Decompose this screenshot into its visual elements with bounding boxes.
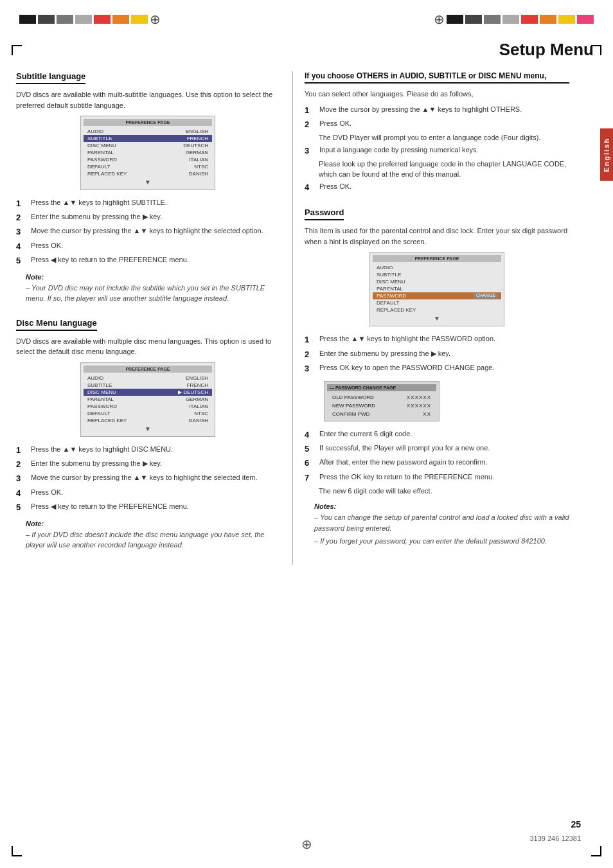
pwd-step-1: 1 Press the ▲▼ keys to highlight the PAS… [305, 334, 569, 346]
pwd-step-7: 7 Press the OK key to return to the PREF… [305, 472, 569, 484]
top-bar: ⊕ ⊕ [0, 0, 613, 33]
page-number: 25 [571, 819, 581, 829]
subtitle-language-desc: DVD discs are available with multi-subti… [16, 89, 280, 111]
dm-screen-row-audio: AUDIOENGLISH [84, 375, 212, 382]
pwd-row-subtitle: SUBTITLE [373, 271, 501, 278]
disc-menu-screen-mockup: PREFERENCE PAGE AUDIOENGLISH SUBTITLEFRE… [80, 362, 215, 437]
others-step-2b: The DVD Player will prompt you to enter … [319, 133, 569, 143]
left-column: Subtitle language DVD discs are availabl… [16, 71, 292, 565]
pwd-row-parental: PARENTAL [373, 285, 501, 292]
right-column: If you choose OTHERS in AUDIO, SUBTITLE … [293, 71, 569, 565]
others-section: If you choose OTHERS in AUDIO, SUBTITLE … [305, 71, 569, 193]
subtitle-screen-title: PREFERENCE PAGE [84, 119, 212, 126]
page-title: Setup Menu [499, 40, 594, 59]
pwd-screen-down-arrow: ▼ [373, 314, 501, 323]
color-block [57, 15, 73, 24]
password-header: Password [305, 208, 344, 220]
page-title-area: Setup Menu [0, 33, 613, 71]
pwd-row-replaced: REPLACED KEY [373, 306, 501, 314]
password-screen-mockup: PREFERENCE PAGE AUDIO SUBTITLE DISC MENU… [369, 252, 504, 326]
pwd-step-7b: The new 6 digit code will take effect. [319, 486, 569, 496]
screen-row-audio: AUDIOENGLISH [84, 128, 212, 135]
disc-menu-header: Disc Menu language [16, 318, 97, 331]
disc-menu-section: Disc Menu language DVD discs are availab… [16, 318, 280, 551]
pwd-row-password: PASSWORDCHANGE [373, 292, 501, 299]
dm-step-5: 5 Press ◀ key to return to the PREFERENC… [16, 502, 280, 513]
others-step-3b: Please look up the preferred language co… [319, 159, 569, 179]
screen-row-disc-menu: DISC MENUDEUTSCH [84, 142, 212, 149]
others-step-3: 3 Input a language code by pressing nume… [305, 145, 569, 157]
crosshair-icon-right: ⊕ [434, 12, 445, 27]
product-code: 3139 246 12381 [529, 835, 581, 842]
page: ⊕ ⊕ Setup Menu English Subtitle language… [0, 0, 613, 868]
pwd-step-3: 3 Press OK key to open the PASSWORD CHAN… [305, 363, 569, 375]
color-block [577, 15, 594, 24]
pwd-step-5: 5 If successful, the Player will prompt … [305, 443, 569, 455]
subtitle-steps: 1 Press the ▲▼ keys to highlight SUBTITL… [16, 198, 280, 267]
pwd-row-default: DEFAULT [373, 299, 501, 306]
disc-menu-desc: DVD discs are available with multiple di… [16, 336, 280, 357]
screen-row-password: PASSWORDITALIAN [84, 156, 212, 163]
others-header: If you choose OTHERS in AUDIO, SUBTITLE … [305, 71, 569, 84]
pwd-screen-title: PREFERENCE PAGE [373, 255, 501, 262]
others-desc: You can select other languages. Please d… [305, 89, 569, 100]
pwd-row-audio: AUDIO [373, 264, 501, 271]
corner-tr [591, 45, 601, 55]
password-steps: 1 Press the ▲▼ keys to highlight the PAS… [305, 334, 569, 375]
subtitle-note: Note: – Your DVD disc may not include th… [26, 273, 280, 304]
step-5: 5 Press ◀ key to return to the PREFERENC… [16, 255, 280, 267]
color-bar-left: ⊕ [19, 12, 161, 27]
pwd-change-old: OLD PASSWORDXXXXXX [327, 393, 436, 402]
step-1: 1 Press the ▲▼ keys to highlight SUBTITL… [16, 198, 280, 209]
disc-menu-steps: 1 Press the ▲▼ keys to highlight DISC ME… [16, 445, 280, 513]
bottom-crosshair-icon: ⊕ [301, 837, 312, 852]
disc-menu-note: Note: – If your DVD disc doesn't include… [26, 520, 280, 551]
color-block [112, 15, 129, 24]
corner-bl [12, 846, 22, 856]
color-block [502, 15, 519, 24]
disc-screen-title: PREFERENCE PAGE [84, 366, 212, 373]
dm-screen-down-arrow: ▼ [84, 424, 212, 434]
subtitle-screen-mockup: PREFERENCE PAGE AUDIOENGLISH SUBTITLEFRE… [80, 116, 215, 190]
pwd-change-title: — PASSWORD CHANGE PAGE [327, 384, 436, 391]
password-notes: Notes: – You can change the setup of par… [314, 502, 569, 547]
password-section: Password This item is used for the paren… [305, 208, 569, 546]
screen-row-replaced-key: REPLACED KEYDANISH [84, 170, 212, 177]
dm-step-3: 3 Move the cursor by pressing the ▲▼ key… [16, 473, 280, 484]
english-tab: English [600, 128, 613, 181]
color-block [75, 15, 92, 24]
dm-screen-row-disc-menu: DISC MENU▶ DEUTSCH [84, 389, 212, 396]
pwd-change-confirm: CONFIRM PWDXX [327, 410, 436, 418]
color-block [558, 15, 575, 24]
subtitle-language-header: Subtitle language [16, 71, 85, 84]
color-block [484, 15, 501, 24]
crosshair-icon: ⊕ [150, 12, 161, 27]
others-steps: 1 Move the cursor by pressing the ▲▼ key… [305, 105, 569, 194]
step-2: 2 Enter the submenu by pressing the ▶ ke… [16, 212, 280, 224]
dm-step-2: 2 Enter the submenu by pressing the ▶ ke… [16, 459, 280, 470]
color-block [131, 15, 148, 24]
dm-screen-row-replaced: REPLACED KEYDANISH [84, 417, 212, 424]
pwd-row-disc-menu: DISC MENU [373, 278, 501, 285]
main-content: Subtitle language DVD discs are availabl… [0, 71, 613, 565]
color-block [19, 15, 36, 24]
color-block [38, 15, 55, 24]
others-step-2: 2 Press OK. [305, 119, 569, 130]
color-block [447, 15, 463, 24]
color-block [465, 15, 482, 24]
screen-row-subtitle: SUBTITLEFRENCH [84, 135, 212, 142]
subtitle-language-section: Subtitle language DVD discs are availabl… [16, 71, 280, 304]
step-3: 3 Move the cursor by pressing the ▲▼ key… [16, 226, 280, 238]
color-block [94, 15, 111, 24]
pwd-step-2: 2 Enter the submenu by pressing the ▶ ke… [305, 349, 569, 360]
screen-down-arrow: ▼ [84, 177, 212, 187]
color-bar-right: ⊕ [434, 12, 594, 27]
dm-step-4: 4 Press OK. [16, 488, 280, 499]
dm-screen-row-parental: PARENTALGERMAN [84, 396, 212, 403]
password-desc: This item is used for the parental contr… [305, 226, 569, 247]
dm-screen-row-password: PASSWORDITALIAN [84, 403, 212, 410]
others-header-text: If you choose OTHERS in AUDIO, SUBTITLE … [305, 71, 546, 80]
dm-screen-row-default: DEFAULTNTSC [84, 410, 212, 417]
step-4: 4 Press OK. [16, 241, 280, 252]
others-step-4: 4 Press OK. [305, 182, 569, 193]
